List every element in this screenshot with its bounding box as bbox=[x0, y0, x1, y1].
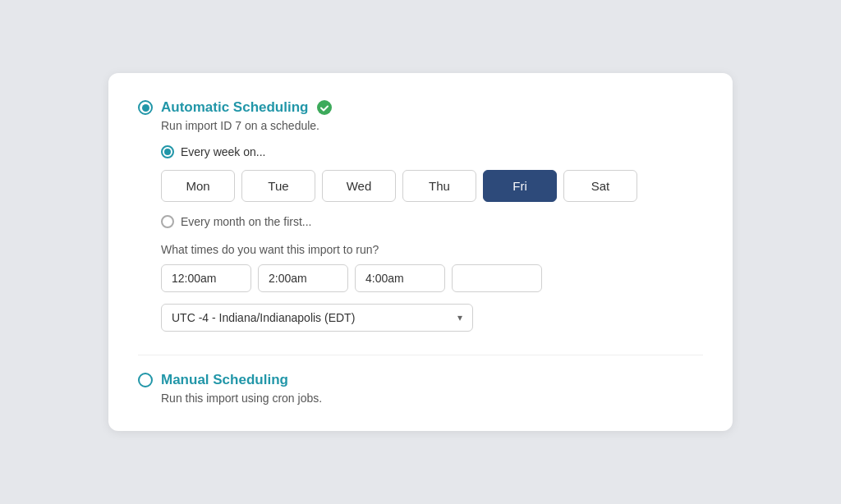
day-btn-mon[interactable]: Mon bbox=[161, 170, 235, 202]
time-input-3[interactable] bbox=[355, 264, 445, 292]
scheduling-card: Automatic Scheduling Run import ID 7 on … bbox=[108, 73, 733, 431]
day-btn-sat[interactable]: Sat bbox=[563, 170, 637, 202]
automatic-description: Run import ID 7 on a schedule. bbox=[161, 119, 703, 132]
timezone-text: UTC -4 - Indiana/Indianapolis (EDT) bbox=[172, 311, 355, 324]
automatic-radio[interactable] bbox=[138, 100, 153, 115]
time-input-1[interactable] bbox=[161, 264, 251, 292]
check-icon bbox=[316, 99, 333, 116]
time-input-4[interactable] bbox=[452, 264, 542, 292]
every-week-row: Every week on... bbox=[161, 145, 703, 158]
day-btn-thu[interactable]: Thu bbox=[402, 170, 476, 202]
manual-title: Manual Scheduling bbox=[161, 372, 288, 388]
manual-section-header: Manual Scheduling bbox=[138, 372, 703, 388]
day-btn-wed[interactable]: Wed bbox=[322, 170, 396, 202]
every-month-label: Every month on the first... bbox=[181, 215, 312, 228]
manual-radio[interactable] bbox=[138, 373, 153, 387]
automatic-title: Automatic Scheduling bbox=[161, 99, 308, 116]
manual-section: Manual Scheduling Run this import using … bbox=[138, 372, 703, 405]
day-btn-tue[interactable]: Tue bbox=[241, 170, 315, 202]
days-row: Mon Tue Wed Thu Fri Sat bbox=[161, 170, 703, 202]
every-week-radio[interactable] bbox=[161, 145, 174, 158]
every-month-radio[interactable] bbox=[161, 215, 174, 228]
every-month-row: Every month on the first... bbox=[161, 215, 703, 228]
chevron-down-icon: ▾ bbox=[457, 312, 462, 323]
section-divider bbox=[138, 355, 703, 355]
manual-description: Run this import using cron jobs. bbox=[161, 392, 703, 405]
automatic-section-header: Automatic Scheduling bbox=[138, 99, 703, 116]
day-btn-fri[interactable]: Fri bbox=[483, 170, 557, 202]
every-week-label: Every week on... bbox=[181, 145, 266, 158]
times-row bbox=[161, 264, 703, 292]
times-question: What times do you want this import to ru… bbox=[161, 243, 703, 256]
time-input-2[interactable] bbox=[258, 264, 348, 292]
timezone-dropdown[interactable]: UTC -4 - Indiana/Indianapolis (EDT) ▾ bbox=[161, 304, 473, 332]
svg-point-0 bbox=[317, 100, 332, 115]
